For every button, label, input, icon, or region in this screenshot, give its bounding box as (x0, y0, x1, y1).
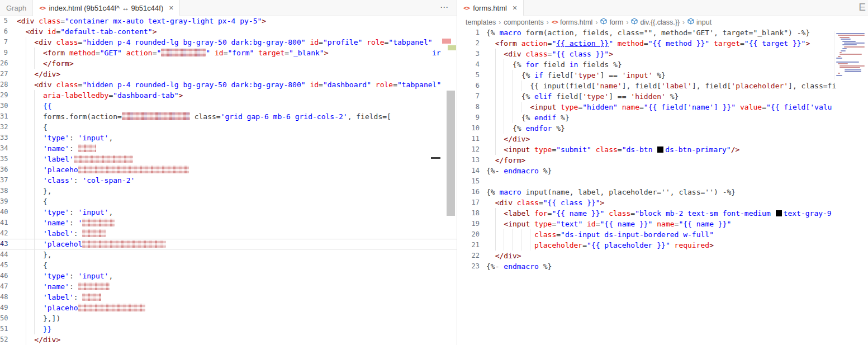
token: , (108, 272, 113, 280)
code-line[interactable]: 27 </div> (0, 69, 457, 79)
code-line[interactable]: 6 <div id="default-tab-content"> (0, 26, 457, 37)
code-line[interactable]: 43 'placehol (0, 239, 457, 249)
code-line[interactable]: 11 </div> (457, 134, 868, 144)
code-text: 'type': 'input', (17, 271, 113, 281)
code-line[interactable]: 23{%- endmacro %} (457, 261, 868, 272)
code-line[interactable]: 46 'type': 'input', (0, 271, 457, 281)
code-line[interactable]: 41 'name': ' (0, 218, 457, 228)
code-line[interactable]: 18 <label for="{{ name }}" class="block … (457, 208, 868, 219)
token: elif (534, 92, 552, 101)
breadcrumb-item-forms-html[interactable]: <>forms.html (552, 18, 593, 26)
more-actions-icon[interactable]: ⋯ (440, 2, 449, 12)
code-line[interactable]: 49 'placeho (0, 303, 457, 313)
code-line[interactable]: 47 'name': (0, 281, 457, 292)
breadcrumb-label: div.{{.class.}} (640, 18, 680, 26)
code-line[interactable]: 16{% macro input(name, label, placeholde… (457, 187, 868, 197)
code-line[interactable]: 51 }} (0, 324, 457, 334)
code-line[interactable]: 19 <input type="text" id="{{ name }}" na… (457, 219, 868, 229)
code-text: <div id="default-tab-content"> (17, 26, 156, 37)
code-line[interactable]: 6 {{ input(field['name'], field['label']… (457, 81, 868, 91)
line-number: 16 (467, 187, 480, 197)
code-line[interactable]: 12 <input type="submit" class="ds-btn ds… (457, 144, 868, 155)
code-line[interactable]: 22 </div> (457, 251, 868, 261)
code-line[interactable]: 9 <form method="GET" action="" id="form"… (0, 48, 457, 58)
token: = (96, 49, 100, 57)
breadcrumb-item-compontents[interactable]: compontents (504, 18, 544, 26)
redacted-text (82, 293, 101, 301)
token: value (740, 103, 762, 111)
code-text: }, (17, 249, 52, 260)
token: class (56, 81, 78, 89)
code-line[interactable]: 8 <input type="hidden" name="{{ field['n… (457, 102, 868, 112)
code-line[interactable]: 35 'label' (0, 154, 457, 164)
code-line[interactable]: 4 {% for field in fields %} (457, 59, 868, 70)
token: = (639, 103, 644, 111)
code-line[interactable]: 50 },]) (0, 313, 457, 324)
token: "{{ class }}" (552, 50, 609, 58)
vertical-scrollbar[interactable] (447, 91, 455, 216)
code-line[interactable]: 26 </form> (0, 58, 457, 69)
breadcrumb-item-input[interactable]: input (687, 18, 712, 26)
code-text: <div class="container mx-auto text-gray-… (17, 16, 266, 26)
code-line[interactable]: 31 forms.form(action= class='grid gap-6 … (0, 111, 457, 122)
close-icon[interactable]: × (513, 3, 517, 12)
code-line[interactable]: 30 {{ (0, 101, 457, 111)
code-line[interactable]: 14{%- endmacro %} (457, 166, 868, 176)
code-line[interactable]: 32 { (0, 122, 457, 133)
code-line[interactable]: 5 {% if field['type'] == 'input' %} (457, 70, 868, 81)
code-line[interactable]: 21 placeholder="{{ placeholder }}" requi… (457, 240, 868, 251)
code-line[interactable]: 33 'type': 'input', (0, 133, 457, 143)
code-line[interactable]: 5<div class="container mx-auto text-gray… (0, 16, 457, 26)
code-line[interactable]: 48 'label': (0, 292, 457, 303)
token: : (69, 134, 78, 142)
code-text: </form> (486, 155, 525, 166)
code-line[interactable]: 39 { (0, 196, 457, 207)
code-line[interactable]: 40 'type': 'input', (0, 207, 457, 218)
code-text: </div> (17, 334, 60, 345)
code-line[interactable]: 42 'label': (0, 228, 457, 239)
tab-index-html-diff[interactable]: <> index.html (9b51c44f^ ↔ 9b51c44f) × (33, 0, 180, 16)
close-icon[interactable]: × (169, 3, 173, 12)
breadcrumb-item-form[interactable]: form (600, 18, 623, 26)
code-line[interactable]: 7 <div class="hidden p-4 rounded-lg bg-g… (0, 37, 457, 48)
minimap[interactable] (834, 31, 868, 79)
code-line[interactable]: 20 class="ds-input ds-input-bordered w-f… (457, 229, 868, 240)
code-line[interactable]: 38 }, (0, 186, 457, 196)
breadcrumb-item-div-class-[interactable]: div.{{.class.}} (631, 18, 680, 26)
code-line[interactable]: 28 <div class="hidden p-4 rounded-lg bg-… (0, 79, 457, 90)
token: = (153, 49, 157, 57)
line-number: 43 (0, 239, 8, 249)
code-line[interactable]: 17 <div class="{{ class }}"> (457, 197, 868, 208)
code-line[interactable]: 1{% macro form(action, fields, class="",… (457, 27, 868, 38)
code-line[interactable]: 44 }, (0, 249, 457, 260)
token: role (376, 81, 393, 89)
token (591, 145, 596, 154)
line-number: 6 (467, 81, 480, 91)
code-line[interactable]: 3 <div class="{{ class }}"> (457, 49, 868, 59)
tab-forms-html[interactable]: <> forms.html × (457, 0, 524, 16)
code-text: <label for="{{ name }}" class="block mb-… (486, 208, 832, 219)
token: </form> (43, 59, 74, 68)
code-line[interactable]: 9 {% endif %} (457, 112, 868, 123)
code-line[interactable]: 45 { (0, 260, 457, 271)
code-line[interactable]: 10 {% endfor %} (457, 123, 868, 134)
line-number: 7 (0, 37, 8, 48)
code-line[interactable]: 36 'placeho (0, 164, 457, 175)
code-line[interactable]: 37 'class': 'col-span-2' (0, 175, 457, 186)
graph-label-text: Graph (6, 4, 26, 12)
token: 'placeho (43, 166, 78, 174)
right-code-area[interactable]: 1{% macro form(action, fields, class="",… (457, 27, 868, 345)
code-line[interactable]: 2 <form action="{{ action }}" method="{{… (457, 38, 868, 49)
code-line[interactable]: 52 </div> (0, 334, 457, 345)
code-line[interactable]: 15 (457, 176, 868, 187)
left-code-area[interactable]: 5<div class="container mx-auto text-gray… (0, 16, 457, 345)
token: 'col-span-2' (82, 176, 135, 185)
code-line[interactable]: 7 {% elif field['type'] == 'hidden' %} (457, 91, 868, 102)
graph-label[interactable]: Graph (0, 0, 33, 16)
code-line[interactable]: 29 aria-labelledby="dashboard-tab"> (0, 90, 457, 101)
code-line[interactable]: 34 'name': (0, 143, 457, 154)
line-number: 22 (467, 251, 480, 261)
code-line[interactable]: 13 </form> (457, 155, 868, 166)
breadcrumb-item-templates[interactable]: templates (466, 18, 496, 26)
token: class (525, 50, 547, 58)
